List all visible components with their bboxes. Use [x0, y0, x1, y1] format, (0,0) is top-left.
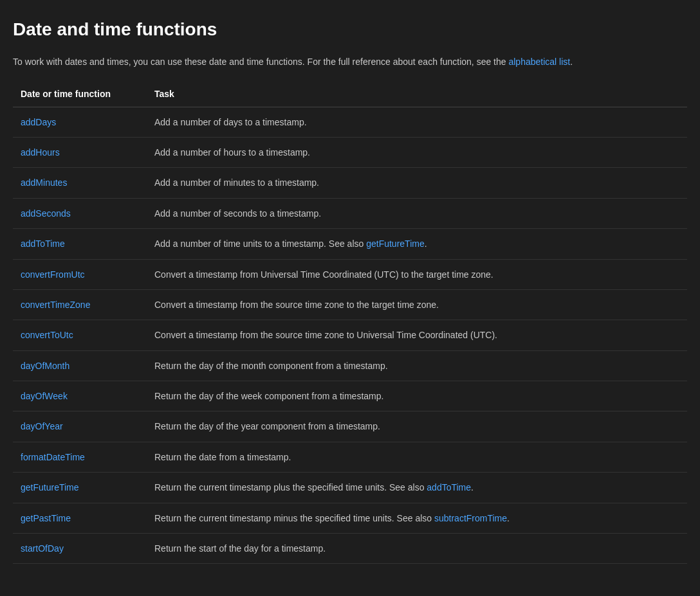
function-name-cell: startOfDay: [13, 534, 154, 564]
table-row: dayOfMonthReturn the day of the month co…: [13, 350, 687, 381]
function-link[interactable]: startOfDay: [21, 543, 64, 554]
function-link[interactable]: convertTimeZone: [21, 300, 90, 310]
table-row: getPastTimeReturn the current timestamp …: [13, 503, 687, 533]
function-name-cell: addSeconds: [13, 198, 154, 228]
table-row: formatDateTimeReturn the date from a tim…: [13, 442, 687, 472]
function-name-cell: dayOfYear: [13, 411, 154, 442]
col-header-function: Date or time function: [13, 82, 154, 107]
function-link[interactable]: getFutureTime: [21, 482, 79, 492]
alphabetical-list-link[interactable]: alphabetical list: [508, 57, 570, 67]
table-row: convertTimeZoneConvert a timestamp from …: [13, 289, 687, 320]
table-row: dayOfWeekReturn the day of the week comp…: [13, 381, 687, 411]
function-name-cell: addHours: [13, 137, 154, 167]
table-row: dayOfYearReturn the day of the year comp…: [13, 411, 687, 442]
function-link[interactable]: dayOfMonth: [21, 361, 69, 371]
table-row: addHoursAdd a number of hours to a times…: [13, 137, 687, 167]
function-name-cell: dayOfMonth: [13, 350, 154, 381]
function-name-cell: convertTimeZone: [13, 289, 154, 320]
task-cell: Convert a timestamp from the source time…: [154, 289, 687, 320]
function-name-cell: addDays: [13, 107, 154, 137]
task-cell: Return the current timestamp minus the s…: [154, 503, 687, 533]
page-title: Date and time functions: [13, 15, 687, 44]
intro-text: To work with dates and times, you can us…: [13, 57, 506, 67]
function-link[interactable]: dayOfYear: [21, 421, 63, 431]
functions-table: Date or time function Task addDaysAdd a …: [13, 82, 687, 564]
function-link[interactable]: convertToUtc: [21, 330, 73, 340]
task-cell: Return the day of the year component fro…: [154, 411, 687, 442]
task-inline-link[interactable]: addToTime: [427, 482, 471, 492]
function-name-cell: getFutureTime: [13, 473, 154, 503]
function-name-cell: addToTime: [13, 229, 154, 259]
function-link[interactable]: formatDateTime: [21, 452, 85, 462]
task-cell: Convert a timestamp from Universal Time …: [154, 259, 687, 289]
table-row: startOfDayReturn the start of the day fo…: [13, 534, 687, 564]
task-cell: Add a number of time units to a timestam…: [154, 229, 687, 259]
task-inline-link[interactable]: getFutureTime: [366, 239, 425, 249]
table-row: addSecondsAdd a number of seconds to a t…: [13, 198, 687, 228]
function-name-cell: formatDateTime: [13, 442, 154, 472]
function-link[interactable]: dayOfWeek: [21, 391, 68, 401]
task-cell: Return the day of the month component fr…: [154, 350, 687, 381]
function-link[interactable]: addSeconds: [21, 208, 71, 219]
function-link[interactable]: getPastTime: [21, 513, 71, 523]
function-name-cell: dayOfWeek: [13, 381, 154, 411]
function-link[interactable]: addDays: [21, 117, 56, 127]
task-cell: Add a number of hours to a timestamp.: [154, 137, 687, 167]
task-cell: Add a number of seconds to a timestamp.: [154, 198, 687, 228]
table-row: getFutureTimeReturn the current timestam…: [13, 473, 687, 503]
function-link[interactable]: addHours: [21, 147, 60, 158]
task-cell: Return the current timestamp plus the sp…: [154, 473, 687, 503]
function-name-cell: convertFromUtc: [13, 259, 154, 289]
table-row: addToTimeAdd a number of time units to a…: [13, 229, 687, 259]
function-link[interactable]: convertFromUtc: [21, 269, 85, 280]
function-link[interactable]: addMinutes: [21, 177, 67, 188]
intro-paragraph: To work with dates and times, you can us…: [13, 55, 687, 69]
function-name-cell: addMinutes: [13, 168, 154, 198]
task-cell: Add a number of minutes to a timestamp.: [154, 168, 687, 198]
task-inline-link[interactable]: subtractFromTime: [434, 513, 507, 523]
task-cell: Return the start of the day for a timest…: [154, 534, 687, 564]
task-cell: Convert a timestamp from the source time…: [154, 320, 687, 350]
table-row: addMinutesAdd a number of minutes to a t…: [13, 168, 687, 198]
function-name-cell: getPastTime: [13, 503, 154, 533]
col-header-task: Task: [154, 82, 687, 107]
function-link[interactable]: addToTime: [21, 239, 65, 249]
task-cell: Return the day of the week component fro…: [154, 381, 687, 411]
function-name-cell: convertToUtc: [13, 320, 154, 350]
table-header-row: Date or time function Task: [13, 82, 687, 107]
task-cell: Add a number of days to a timestamp.: [154, 107, 687, 137]
task-cell: Return the date from a timestamp.: [154, 442, 687, 472]
table-row: convertFromUtcConvert a timestamp from U…: [13, 259, 687, 289]
table-row: convertToUtcConvert a timestamp from the…: [13, 320, 687, 350]
table-row: addDaysAdd a number of days to a timesta…: [13, 107, 687, 137]
